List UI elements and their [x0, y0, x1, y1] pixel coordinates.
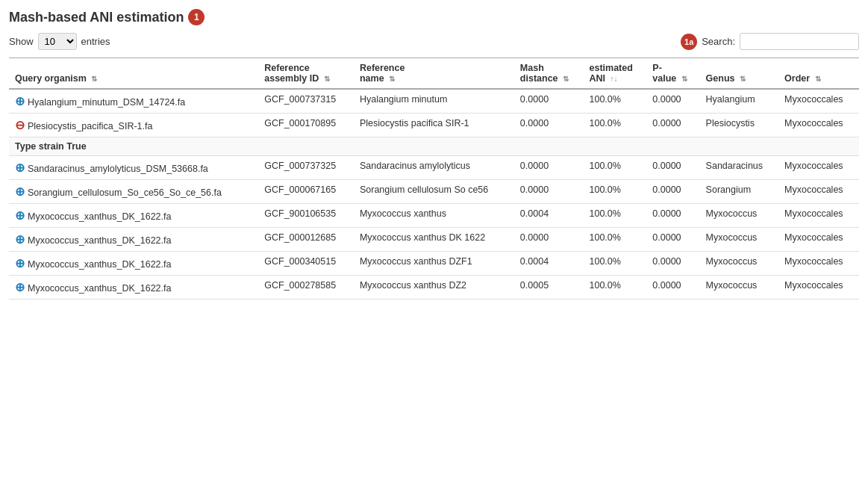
pvalue-cell: 0.0000: [646, 252, 699, 276]
query-cell: ⊕Hyalangium_minutum_DSM_14724.fa: [9, 89, 258, 114]
col-mash-dist: Mashdistance ⇅: [514, 58, 584, 90]
genus-cell: Myxococcus: [700, 252, 779, 276]
col-ref-name: Referencename ⇅: [354, 58, 514, 90]
ref-id-cell: GCF_000012685: [258, 228, 354, 252]
pvalue-cell: 0.0000: [646, 180, 699, 204]
table-row: ⊕Sandaracinus_amylolyticus_DSM_53668.faG…: [9, 156, 859, 180]
collapse-icon[interactable]: ⊖: [15, 119, 25, 131]
table-row: ⊕Myxococcus_xanthus_DK_1622.faGCF_000340…: [9, 252, 859, 276]
query-text: Myxococcus_xanthus_DK_1622.fa: [28, 283, 171, 294]
results-table: Query organism ⇅ Referenceassembly ID ⇅ …: [9, 58, 859, 300]
ref-name-cell: Plesiocystis pacifica SIR-1: [354, 114, 514, 137]
order-cell: Myxococcales: [778, 180, 859, 204]
col-genus: Genus ⇅: [700, 58, 779, 90]
ref-name-cell: Sorangium cellulosum So ce56: [354, 180, 514, 204]
query-cell: ⊕Myxococcus_xanthus_DK_1622.fa: [9, 276, 258, 300]
pvalue-cell: 0.0000: [646, 89, 699, 114]
expand-icon[interactable]: ⊕: [15, 209, 25, 222]
order-cell: Myxococcales: [778, 204, 859, 228]
ref-id-cell: GCF_000737315: [258, 89, 354, 114]
group-row: Type strain True: [9, 137, 859, 156]
sort-icon-pvalue[interactable]: ⇅: [681, 75, 687, 83]
expand-icon[interactable]: ⊕: [15, 95, 25, 108]
genus-cell: Sorangium: [700, 180, 779, 204]
query-text: Sandaracinus_amylolyticus_DSM_53668.fa: [28, 164, 208, 174]
pvalue-cell: 0.0000: [646, 204, 699, 228]
col-query: Query organism ⇅: [9, 58, 258, 90]
sort-icon-ref-name[interactable]: ⇅: [389, 75, 395, 83]
genus-cell: Myxococcus: [700, 228, 779, 252]
ani-cell: 100.0%: [584, 156, 647, 180]
query-text: Hyalangium_minutum_DSM_14724.fa: [28, 97, 185, 108]
query-cell: ⊕Myxococcus_xanthus_DK_1622.fa: [9, 204, 258, 228]
ref-name-cell: Myxococcus xanthus DK 1622: [354, 228, 514, 252]
pvalue-cell: 0.0000: [646, 228, 699, 252]
ani-cell: 100.0%: [584, 204, 647, 228]
expand-icon[interactable]: ⊕: [15, 185, 25, 198]
search-label: Search:: [702, 36, 735, 47]
mash-dist-cell: 0.0000: [514, 180, 584, 204]
query-text: Sorangium_cellulosum_So_ce56_So_ce_56.fa: [28, 187, 222, 198]
order-cell: Myxococcales: [778, 276, 859, 300]
genus-cell: Sandaracinus: [700, 156, 779, 180]
sort-icon-query[interactable]: ⇅: [91, 75, 97, 83]
sort-icon-genus[interactable]: ⇅: [740, 75, 746, 83]
ani-cell: 100.0%: [584, 180, 647, 204]
table-header-row: Query organism ⇅ Referenceassembly ID ⇅ …: [9, 58, 859, 90]
expand-icon[interactable]: ⊕: [15, 161, 25, 174]
sort-icon-mash-dist[interactable]: ⇅: [563, 75, 569, 83]
entries-select[interactable]: 10 25 50 100: [38, 33, 77, 50]
ref-name-cell: Myxococcus xanthus DZ2: [354, 276, 514, 300]
ref-name-cell: Hyalangium minutum: [354, 89, 514, 114]
mash-dist-cell: 0.0004: [514, 252, 584, 276]
sort-icon-ani[interactable]: ↑↓: [611, 75, 618, 83]
ref-id-cell: GCF_000278585: [258, 276, 354, 300]
expand-icon[interactable]: ⊕: [15, 257, 25, 270]
query-cell: ⊕Sandaracinus_amylolyticus_DSM_53668.fa: [9, 156, 258, 180]
col-ref-id: Referenceassembly ID ⇅: [258, 58, 354, 90]
ref-id-cell: GCF_000067165: [258, 180, 354, 204]
ani-cell: 100.0%: [584, 228, 647, 252]
title-badge: 1: [188, 9, 204, 25]
query-cell: ⊖Plesiocystis_pacifica_SIR-1.fa: [9, 114, 258, 137]
query-text: Plesiocystis_pacifica_SIR-1.fa: [28, 121, 152, 131]
entries-label: entries: [81, 36, 110, 47]
col-ani: estimatedANI ↑↓: [584, 58, 647, 90]
table-row: ⊕Sorangium_cellulosum_So_ce56_So_ce_56.f…: [9, 180, 859, 204]
mash-dist-cell: 0.0005: [514, 276, 584, 300]
query-text: Myxococcus_xanthus_DK_1622.fa: [28, 259, 171, 270]
mash-dist-cell: 0.0004: [514, 204, 584, 228]
order-cell: Myxococcales: [778, 156, 859, 180]
table-row: ⊖Plesiocystis_pacifica_SIR-1.faGCF_00017…: [9, 114, 859, 137]
ani-cell: 100.0%: [584, 114, 647, 137]
mash-dist-cell: 0.0000: [514, 114, 584, 137]
order-cell: Myxococcales: [778, 114, 859, 137]
search-row: 1a Search:: [681, 33, 859, 50]
ref-id-cell: GCF_000737325: [258, 156, 354, 180]
expand-icon[interactable]: ⊕: [15, 281, 25, 294]
query-cell: ⊕Myxococcus_xanthus_DK_1622.fa: [9, 228, 258, 252]
mash-dist-cell: 0.0000: [514, 228, 584, 252]
col-order: Order ⇅: [778, 58, 859, 90]
ani-cell: 100.0%: [584, 276, 647, 300]
ref-id-cell: GCF_900106535: [258, 204, 354, 228]
ani-cell: 100.0%: [584, 89, 647, 114]
table-row: ⊕Myxococcus_xanthus_DK_1622.faGCF_000278…: [9, 276, 859, 300]
pvalue-cell: 0.0000: [646, 156, 699, 180]
ref-id-cell: GCF_000340515: [258, 252, 354, 276]
expand-icon[interactable]: ⊕: [15, 233, 25, 246]
group-label: Type strain True: [15, 141, 87, 152]
genus-cell: Myxococcus: [700, 276, 779, 300]
table-row: ⊕Myxococcus_xanthus_DK_1622.faGCF_900106…: [9, 204, 859, 228]
sort-icon-order[interactable]: ⇅: [815, 75, 821, 83]
query-text: Myxococcus_xanthus_DK_1622.fa: [28, 235, 171, 246]
show-entries-control: Show 10 25 50 100 entries: [9, 33, 110, 50]
sort-icon-ref-id[interactable]: ⇅: [324, 75, 330, 83]
mash-dist-cell: 0.0000: [514, 89, 584, 114]
ref-name-cell: Myxococcus xanthus DZF1: [354, 252, 514, 276]
ref-name-cell: Sandaracinus amylolyticus: [354, 156, 514, 180]
show-label: Show: [9, 36, 34, 47]
mash-dist-cell: 0.0000: [514, 156, 584, 180]
title-text: Mash-based ANI estimation: [9, 10, 184, 25]
search-input[interactable]: [740, 33, 859, 50]
